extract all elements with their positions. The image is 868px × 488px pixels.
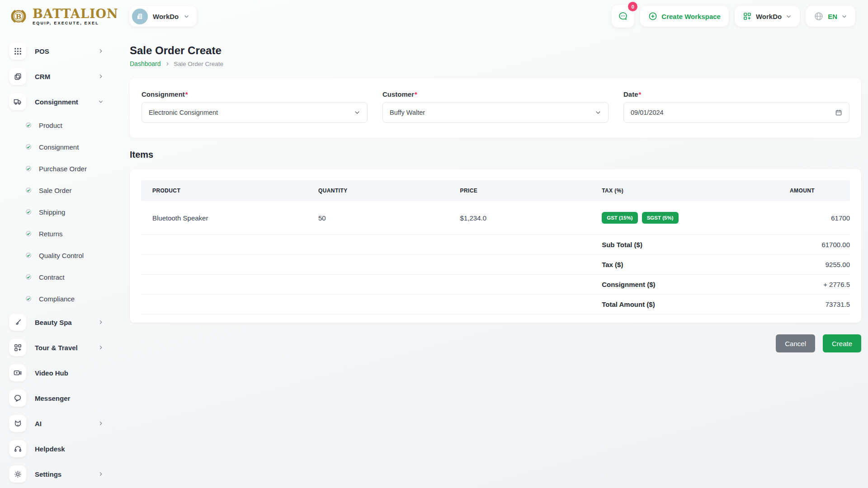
- date-value: 09/01/2024: [631, 109, 835, 116]
- sidebar-item-settings[interactable]: Settings: [9, 461, 115, 487]
- brand-logo[interactable]: B BATTALION EQUIP, EXECUTE, EXEL: [8, 6, 119, 27]
- create-workspace-label: Create Workspace: [661, 13, 721, 20]
- check-circle-icon: [25, 274, 32, 280]
- required-asterisk: *: [639, 90, 642, 98]
- cell-quantity: 50: [318, 201, 460, 235]
- date-field-group: Date* 09/01/2024: [623, 90, 849, 123]
- table-row: Bluetooth Speaker 50 $1,234.0 GST (15%) …: [141, 201, 850, 235]
- subtotal-label: Sub Total ($): [602, 235, 750, 255]
- consignment-select[interactable]: Electronic Consignment: [142, 102, 368, 123]
- sidebar-item-label: Video Hub: [35, 369, 115, 377]
- create-workspace-button[interactable]: Create Workspace: [640, 6, 729, 27]
- sidebar-item-label: Beauty Spa: [35, 319, 98, 326]
- workdo-menu-button[interactable]: WorkDo: [735, 6, 800, 27]
- sidebar-item-pos[interactable]: POS: [9, 38, 115, 64]
- sidebar-subitem-label: Shipping: [39, 208, 65, 216]
- sidebar-item-tour-travel[interactable]: Tour & Travel: [9, 335, 115, 360]
- consignment-field-group: Consignment* Electronic Consignment: [142, 90, 368, 123]
- customer-select[interactable]: Buffy Walter: [382, 102, 609, 123]
- sidebar-subitem-quality-control[interactable]: Quality Control: [9, 244, 115, 266]
- column-header-tax: TAX (%): [602, 180, 750, 201]
- chevron-right-icon: [98, 421, 104, 426]
- brand-tagline: EQUIP, EXECUTE, EXEL: [33, 21, 118, 25]
- language-selector[interactable]: EN: [806, 6, 855, 27]
- cell-amount: 61700: [750, 201, 850, 235]
- sidebar-subitem-product[interactable]: Product: [9, 114, 115, 136]
- sidebar-subitem-label: Consignment: [39, 143, 79, 151]
- date-input[interactable]: 09/01/2024: [623, 102, 849, 123]
- sidebar-item-label: Messenger: [35, 394, 115, 402]
- items-section-heading: Items: [130, 150, 861, 160]
- crm-icon: [9, 68, 26, 85]
- fox-ai-icon: [9, 415, 26, 432]
- sidebar-item-video-hub[interactable]: Video Hub: [9, 360, 115, 385]
- date-label: Date*: [623, 90, 849, 98]
- sidebar-subitem-label: Returns: [39, 230, 63, 238]
- sidebar-subitem-compliance[interactable]: Compliance: [9, 288, 115, 310]
- video-camera-icon: [9, 364, 26, 381]
- chevron-down-icon: [354, 109, 360, 116]
- grand-total-value: 73731.5: [750, 295, 850, 314]
- sidebar-subitem-returns[interactable]: Returns: [9, 223, 115, 244]
- cancel-button[interactable]: Cancel: [776, 334, 815, 352]
- customer-selected-value: Buffy Walter: [390, 109, 595, 116]
- chevron-down-icon: [595, 109, 601, 116]
- sidebar-subitem-label: Sale Order: [39, 187, 72, 194]
- sidebar-subitem-sale-order[interactable]: Sale Order: [9, 179, 115, 201]
- page-title: Sale Order Create: [130, 44, 861, 57]
- check-circle-icon: [25, 296, 32, 302]
- tax-total-row: Tax ($) 9255.00: [141, 255, 850, 275]
- items-table-card: PRODUCT QUANTITY PRICE TAX (%) AMOUNT Bl…: [130, 169, 861, 323]
- sidebar-subitem-consignment[interactable]: Consignment: [9, 136, 115, 158]
- top-bar: B BATTALION EQUIP, EXECUTE, EXEL WorkDo: [0, 0, 868, 33]
- breadcrumb: Dashboard Sale Order Create: [130, 60, 861, 67]
- column-header-product: PRODUCT: [141, 180, 318, 201]
- sidebar-subitem-label: Product: [39, 122, 62, 129]
- sidebar-item-beauty-spa[interactable]: Beauty Spa: [9, 310, 115, 335]
- tax-badge-sgst: SGST (5%): [642, 212, 679, 224]
- sidebar-subitem-shipping[interactable]: Shipping: [9, 201, 115, 223]
- brand-name: BATTALION: [33, 8, 118, 20]
- plus-circle-icon: [648, 12, 657, 21]
- sidebar-subitem-label: Contract: [39, 273, 65, 281]
- sidebar-item-ai[interactable]: AI: [9, 411, 115, 436]
- cell-taxes: GST (15%) SGST (5%): [602, 201, 750, 235]
- language-code: EN: [828, 13, 837, 20]
- check-circle-icon: [25, 165, 32, 172]
- sidebar-item-messenger[interactable]: Messenger: [9, 385, 115, 411]
- sidebar-subitem-contract[interactable]: Contract: [9, 266, 115, 288]
- sidebar-item-helpdesk[interactable]: Helpdesk: [9, 436, 115, 461]
- sidebar-subitem-label: Compliance: [39, 295, 75, 303]
- customer-field-group: Customer* Buffy Walter: [382, 90, 609, 123]
- globe-icon: [814, 11, 824, 21]
- sidebar-subitem-label: Purchase Order: [39, 165, 87, 173]
- table-header-row: PRODUCT QUANTITY PRICE TAX (%) AMOUNT: [141, 180, 850, 201]
- check-circle-icon: [25, 144, 32, 150]
- consignment-total-label: Consignment ($): [602, 275, 750, 295]
- sidebar-item-consignment[interactable]: Consignment: [9, 89, 115, 114]
- grand-total-label: Total Amount ($): [602, 295, 750, 314]
- messages-button[interactable]: 0: [612, 5, 634, 28]
- chevron-right-icon: [98, 74, 104, 79]
- grand-total-row: Total Amount ($) 73731.5: [141, 295, 850, 314]
- sidebar-subitem-purchase-order[interactable]: Purchase Order: [9, 158, 115, 179]
- chevron-right-icon: [98, 319, 104, 325]
- workspace-switcher[interactable]: WorkDo: [129, 6, 197, 27]
- sidebar-item-label: Tour & Travel: [35, 344, 98, 352]
- create-button[interactable]: Create: [823, 334, 861, 352]
- chevron-right-icon: [98, 48, 104, 54]
- tax-total-label: Tax ($): [602, 255, 750, 275]
- check-circle-icon: [25, 209, 32, 215]
- calendar-icon: [835, 109, 842, 116]
- sidebar-item-crm[interactable]: CRM: [9, 64, 115, 89]
- check-circle-icon: [25, 187, 32, 193]
- messenger-icon: [9, 389, 26, 407]
- required-asterisk: *: [415, 90, 417, 98]
- sidebar-subitem-label: Quality Control: [39, 252, 84, 259]
- chevron-right-icon: [98, 345, 104, 350]
- breadcrumb-dashboard-link[interactable]: Dashboard: [130, 60, 161, 67]
- truck-icon: [9, 93, 26, 110]
- sidebar-item-label: Helpdesk: [35, 445, 115, 453]
- check-circle-icon: [25, 122, 32, 128]
- chevron-down-icon: [841, 14, 847, 19]
